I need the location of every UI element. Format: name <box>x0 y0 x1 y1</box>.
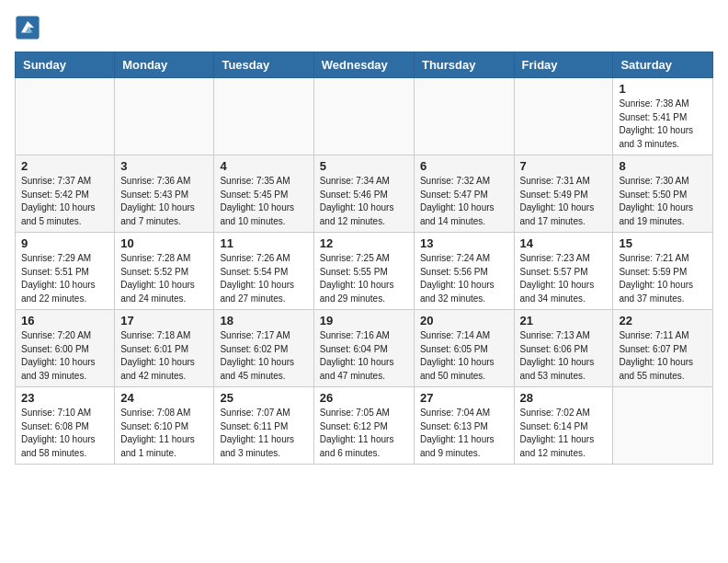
calendar-cell: 28Sunrise: 7:02 AM Sunset: 6:14 PM Dayli… <box>514 387 613 465</box>
calendar-cell: 18Sunrise: 7:17 AM Sunset: 6:02 PM Dayli… <box>214 310 313 387</box>
calendar-cell: 10Sunrise: 7:28 AM Sunset: 5:52 PM Dayli… <box>115 233 214 310</box>
day-info: Sunrise: 7:37 AM Sunset: 5:42 PM Dayligh… <box>21 175 108 228</box>
calendar-cell: 1Sunrise: 7:38 AM Sunset: 5:41 PM Daylig… <box>613 78 713 155</box>
weekday-header-friday: Friday <box>514 52 613 78</box>
day-number: 22 <box>619 314 707 327</box>
calendar-cell <box>115 78 214 155</box>
calendar-cell: 2Sunrise: 7:37 AM Sunset: 5:42 PM Daylig… <box>16 155 115 233</box>
calendar-cell: 6Sunrise: 7:32 AM Sunset: 5:47 PM Daylig… <box>414 155 514 233</box>
weekday-header-sunday: Sunday <box>16 52 115 78</box>
calendar-cell: 19Sunrise: 7:16 AM Sunset: 6:04 PM Dayli… <box>313 310 414 387</box>
weekday-header-tuesday: Tuesday <box>214 52 313 78</box>
calendar-cell: 15Sunrise: 7:21 AM Sunset: 5:59 PM Dayli… <box>613 233 713 310</box>
day-number: 20 <box>420 314 508 327</box>
day-number: 10 <box>120 236 208 250</box>
day-info: Sunrise: 7:20 AM Sunset: 6:00 PM Dayligh… <box>21 329 108 383</box>
day-info: Sunrise: 7:29 AM Sunset: 5:51 PM Dayligh… <box>21 252 108 305</box>
calendar-cell: 22Sunrise: 7:11 AM Sunset: 6:07 PM Dayli… <box>613 310 713 387</box>
day-info: Sunrise: 7:05 AM Sunset: 6:12 PM Dayligh… <box>320 407 408 460</box>
day-number: 5 <box>320 159 408 173</box>
calendar-cell: 26Sunrise: 7:05 AM Sunset: 6:12 PM Dayli… <box>313 387 414 465</box>
day-info: Sunrise: 7:10 AM Sunset: 6:08 PM Dayligh… <box>21 407 108 460</box>
logo <box>15 15 44 40</box>
week-row-1: 2Sunrise: 7:37 AM Sunset: 5:42 PM Daylig… <box>16 155 713 233</box>
calendar-cell: 20Sunrise: 7:14 AM Sunset: 6:05 PM Dayli… <box>414 310 514 387</box>
day-info: Sunrise: 7:16 AM Sunset: 6:04 PM Dayligh… <box>320 329 408 383</box>
day-number: 28 <box>520 391 608 405</box>
calendar-cell <box>313 78 414 155</box>
day-number: 16 <box>21 314 108 327</box>
day-number: 23 <box>21 391 108 405</box>
day-info: Sunrise: 7:30 AM Sunset: 5:50 PM Dayligh… <box>619 175 707 228</box>
calendar-cell: 5Sunrise: 7:34 AM Sunset: 5:46 PM Daylig… <box>313 155 414 233</box>
day-number: 12 <box>320 236 408 250</box>
day-info: Sunrise: 7:35 AM Sunset: 5:45 PM Dayligh… <box>220 175 307 228</box>
calendar-cell: 13Sunrise: 7:24 AM Sunset: 5:56 PM Dayli… <box>414 233 514 310</box>
day-info: Sunrise: 7:04 AM Sunset: 6:13 PM Dayligh… <box>420 407 508 460</box>
calendar-cell: 9Sunrise: 7:29 AM Sunset: 5:51 PM Daylig… <box>16 233 115 310</box>
day-info: Sunrise: 7:26 AM Sunset: 5:54 PM Dayligh… <box>220 252 307 305</box>
day-number: 8 <box>619 159 707 173</box>
day-info: Sunrise: 7:18 AM Sunset: 6:01 PM Dayligh… <box>120 329 208 383</box>
day-number: 13 <box>420 236 508 250</box>
week-row-0: 1Sunrise: 7:38 AM Sunset: 5:41 PM Daylig… <box>16 78 713 155</box>
day-info: Sunrise: 7:08 AM Sunset: 6:10 PM Dayligh… <box>120 407 208 460</box>
weekday-header-thursday: Thursday <box>414 52 514 78</box>
calendar-cell <box>214 78 313 155</box>
calendar-cell: 27Sunrise: 7:04 AM Sunset: 6:13 PM Dayli… <box>414 387 514 465</box>
day-info: Sunrise: 7:36 AM Sunset: 5:43 PM Dayligh… <box>120 175 208 228</box>
day-number: 21 <box>520 314 608 327</box>
day-info: Sunrise: 7:14 AM Sunset: 6:05 PM Dayligh… <box>420 329 508 383</box>
day-info: Sunrise: 7:07 AM Sunset: 6:11 PM Dayligh… <box>220 407 307 460</box>
calendar-cell <box>414 78 514 155</box>
day-info: Sunrise: 7:24 AM Sunset: 5:56 PM Dayligh… <box>420 252 508 305</box>
weekday-header-monday: Monday <box>115 52 214 78</box>
day-number: 7 <box>520 159 608 173</box>
calendar-cell <box>613 387 713 465</box>
weekday-header-saturday: Saturday <box>613 52 713 78</box>
day-number: 26 <box>320 391 408 405</box>
calendar-cell: 7Sunrise: 7:31 AM Sunset: 5:49 PM Daylig… <box>514 155 613 233</box>
calendar-cell <box>514 78 613 155</box>
day-number: 4 <box>220 159 307 173</box>
day-info: Sunrise: 7:38 AM Sunset: 5:41 PM Dayligh… <box>619 98 707 151</box>
day-number: 17 <box>120 314 208 327</box>
calendar-cell: 24Sunrise: 7:08 AM Sunset: 6:10 PM Dayli… <box>115 387 214 465</box>
day-info: Sunrise: 7:28 AM Sunset: 5:52 PM Dayligh… <box>120 252 208 305</box>
day-number: 19 <box>320 314 408 327</box>
day-info: Sunrise: 7:13 AM Sunset: 6:06 PM Dayligh… <box>520 329 608 383</box>
calendar-cell: 12Sunrise: 7:25 AM Sunset: 5:55 PM Dayli… <box>313 233 414 310</box>
calendar-cell: 14Sunrise: 7:23 AM Sunset: 5:57 PM Dayli… <box>514 233 613 310</box>
day-number: 2 <box>21 159 108 173</box>
week-row-4: 23Sunrise: 7:10 AM Sunset: 6:08 PM Dayli… <box>16 387 713 465</box>
day-number: 9 <box>21 236 108 250</box>
calendar-cell: 25Sunrise: 7:07 AM Sunset: 6:11 PM Dayli… <box>214 387 313 465</box>
day-info: Sunrise: 7:11 AM Sunset: 6:07 PM Dayligh… <box>619 329 707 383</box>
weekday-header-wednesday: Wednesday <box>313 52 414 78</box>
calendar-cell: 3Sunrise: 7:36 AM Sunset: 5:43 PM Daylig… <box>115 155 214 233</box>
logo-icon <box>15 15 40 40</box>
calendar-cell <box>16 78 115 155</box>
day-number: 11 <box>220 236 307 250</box>
week-row-3: 16Sunrise: 7:20 AM Sunset: 6:00 PM Dayli… <box>16 310 713 387</box>
day-info: Sunrise: 7:21 AM Sunset: 5:59 PM Dayligh… <box>619 252 707 305</box>
day-number: 3 <box>120 159 208 173</box>
day-info: Sunrise: 7:17 AM Sunset: 6:02 PM Dayligh… <box>220 329 307 383</box>
calendar-cell: 11Sunrise: 7:26 AM Sunset: 5:54 PM Dayli… <box>214 233 313 310</box>
day-number: 25 <box>220 391 307 405</box>
day-number: 18 <box>220 314 307 327</box>
day-info: Sunrise: 7:32 AM Sunset: 5:47 PM Dayligh… <box>420 175 508 228</box>
calendar-cell: 23Sunrise: 7:10 AM Sunset: 6:08 PM Dayli… <box>16 387 115 465</box>
day-number: 27 <box>420 391 508 405</box>
calendar-cell: 16Sunrise: 7:20 AM Sunset: 6:00 PM Dayli… <box>16 310 115 387</box>
week-row-2: 9Sunrise: 7:29 AM Sunset: 5:51 PM Daylig… <box>16 233 713 310</box>
day-number: 14 <box>520 236 608 250</box>
calendar-cell: 17Sunrise: 7:18 AM Sunset: 6:01 PM Dayli… <box>115 310 214 387</box>
day-number: 15 <box>619 236 707 250</box>
calendar-cell: 4Sunrise: 7:35 AM Sunset: 5:45 PM Daylig… <box>214 155 313 233</box>
day-number: 6 <box>420 159 508 173</box>
calendar-cell: 21Sunrise: 7:13 AM Sunset: 6:06 PM Dayli… <box>514 310 613 387</box>
calendar-cell: 8Sunrise: 7:30 AM Sunset: 5:50 PM Daylig… <box>613 155 713 233</box>
page-header <box>15 15 713 40</box>
calendar-table: SundayMondayTuesdayWednesdayThursdayFrid… <box>15 52 713 465</box>
